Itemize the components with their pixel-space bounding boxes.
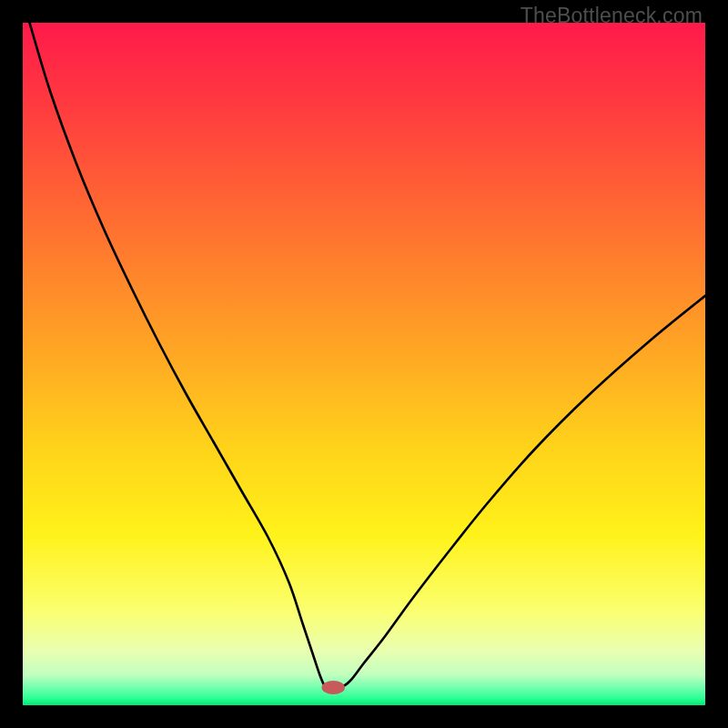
optimal-marker bbox=[322, 681, 346, 694]
chart-marker-layer bbox=[23, 23, 705, 705]
chart-frame bbox=[23, 23, 705, 705]
